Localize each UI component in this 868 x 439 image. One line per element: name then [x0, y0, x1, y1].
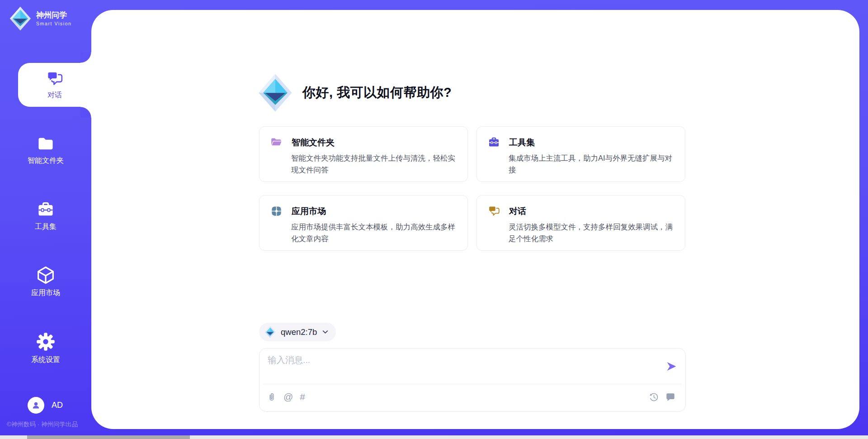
avatar [28, 397, 44, 414]
brand: 神州问学 Smart Vision [9, 6, 72, 31]
gear-icon [36, 332, 56, 352]
hashtag-button[interactable]: # [300, 392, 305, 402]
brand-diamond-logo [9, 6, 32, 31]
card-title: 对话 [509, 205, 526, 217]
user-badge[interactable]: AD [28, 397, 63, 414]
feature-card-tools[interactable]: 工具集 集成市场上主流工具，助力AI与外界无缝扩展与对接 [476, 126, 685, 182]
composer: @ # [259, 348, 686, 412]
card-title: 智能文件夹 [292, 137, 335, 148]
sidebar-item-settings[interactable]: 系统设置 [0, 332, 91, 365]
card-description: 应用市场提供丰富长文本模板，助力高效生成多样化文章内容 [291, 221, 457, 244]
paperclip-icon [267, 392, 277, 402]
mention-button[interactable]: @ [283, 392, 293, 402]
brand-name: 神州问学 [36, 11, 72, 20]
user-initials: AD [52, 401, 63, 410]
apps-grid-icon [270, 205, 283, 217]
sidebar-item-label: 对话 [47, 91, 62, 100]
chat-icon [488, 205, 500, 217]
folder-icon [37, 134, 55, 153]
feature-card-chat[interactable]: 对话 灵活切换多模型文件，支持多样回复效果调试，满足个性化需求 [476, 195, 685, 251]
history-icon [649, 392, 659, 402]
sidebar-item-label: 应用市场 [31, 288, 60, 298]
briefcase-icon [37, 200, 55, 219]
folder-open-icon [270, 136, 283, 148]
model-name: qwen2:7b [281, 327, 317, 337]
sidebar-item-label: 智能文件夹 [28, 156, 64, 166]
history-button[interactable] [649, 392, 659, 402]
feature-cards: 智能文件夹 智能文件夹功能支持批量文件上传与清洗，轻松实现文件问答 工具集 集成… [259, 126, 686, 251]
briefcase-icon [488, 136, 500, 148]
sidebar-item-tools[interactable]: 工具集 [0, 200, 91, 232]
copyright-text: ©神州数码 · 神州问学出品 [7, 420, 78, 429]
comment-icon [665, 392, 675, 402]
model-selector[interactable]: qwen2:7b [259, 323, 336, 341]
chevron-down-icon [322, 329, 329, 335]
card-title: 应用市场 [292, 205, 326, 217]
horizontal-scrollbar[interactable] [0, 435, 868, 439]
sidebar-item-chat[interactable]: 对话 [18, 63, 91, 107]
feedback-button[interactable] [665, 392, 675, 402]
page-title: 你好, 我可以如何帮助你? [302, 84, 452, 102]
main-panel: 你好, 我可以如何帮助你? 智能文件夹 智能文件夹功能支持批量文件上传与清洗，轻… [91, 10, 859, 429]
send-button[interactable] [665, 360, 677, 372]
greeting: 你好, 我可以如何帮助你? [258, 73, 452, 112]
brand-diamond-logo [258, 73, 293, 112]
sidebar-item-folders[interactable]: 智能文件夹 [0, 134, 91, 166]
brand-tagline: Smart Vision [36, 21, 72, 26]
composer-divider [263, 384, 682, 384]
person-icon [31, 401, 41, 410]
card-description: 灵活切换多模型文件，支持多样回复效果调试，满足个性化需求 [509, 221, 674, 244]
sidebar-item-label: 工具集 [35, 222, 57, 232]
at-icon: @ [283, 392, 293, 402]
card-title: 工具集 [509, 137, 535, 148]
message-input[interactable] [267, 353, 648, 381]
feature-card-folders[interactable]: 智能文件夹 智能文件夹功能支持批量文件上传与清洗，轻松实现文件问答 [259, 126, 468, 182]
feature-card-market[interactable]: 应用市场 应用市场提供丰富长文本模板，助力高效生成多样化文章内容 [259, 195, 468, 251]
chat-icon [46, 70, 63, 87]
sidebar: 神州问学 Smart Vision 对话 智能文件夹 工具集 [0, 0, 91, 435]
card-description: 智能文件夹功能支持批量文件上传与清洗，轻松实现文件问答 [291, 152, 457, 176]
scrollbar-thumb[interactable] [27, 435, 190, 439]
send-icon [666, 361, 677, 372]
hash-icon: # [300, 392, 305, 402]
attach-button[interactable] [267, 392, 277, 402]
card-description: 集成市场上主流工具，助力AI与外界无缝扩展与对接 [509, 152, 674, 176]
brand-diamond-logo [264, 326, 276, 338]
cube-icon [36, 266, 55, 285]
sidebar-item-market[interactable]: 应用市场 [0, 266, 91, 298]
sidebar-item-label: 系统设置 [31, 355, 60, 365]
